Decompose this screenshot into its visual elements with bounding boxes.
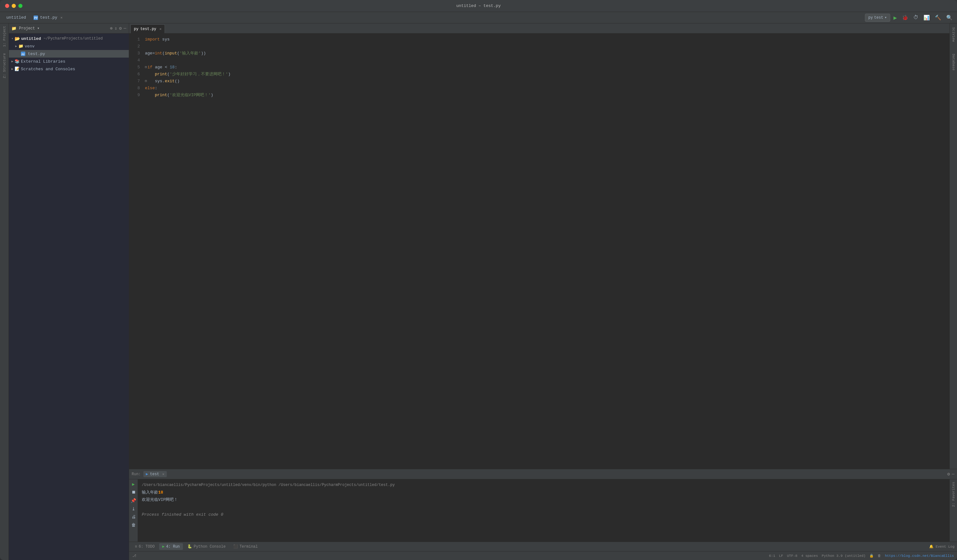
window-controls <box>5 4 22 8</box>
num-18: 18 <box>170 64 175 71</box>
input-value: 18 <box>158 490 163 495</box>
hide-icon[interactable]: — <box>124 26 126 31</box>
testpy-icon: py <box>21 52 25 56</box>
maximize-button[interactable] <box>18 4 22 8</box>
stop-icon[interactable]: ⏹ <box>130 489 137 496</box>
pin-icon[interactable]: 📌 <box>130 497 137 504</box>
profile-button[interactable]: 📊 <box>922 13 932 22</box>
sidebar-project-label[interactable]: 1: Project <box>3 26 6 47</box>
debug-button[interactable]: 🐞 <box>900 13 910 22</box>
run-panel-icons: ⚙ — <box>947 472 954 477</box>
print-icon[interactable]: 🖨 <box>130 513 137 521</box>
paren-4: ) <box>228 71 231 78</box>
str-prompt: '输入年龄' <box>179 50 201 57</box>
project-panel-header: 📁 Project ▾ ⊕ ⇕ ⚙ — <box>9 24 129 33</box>
run-settings-icon[interactable]: ⚙ <box>947 472 950 477</box>
bottom-tab-run[interactable]: ▶ 4: Run <box>159 543 183 550</box>
search-everywhere-button[interactable]: 🔍 <box>944 13 954 22</box>
tree-item-untitled[interactable]: ▾ 📂 untitled ~/PycharmProjects/untitled <box>9 35 129 43</box>
tree-item-venv[interactable]: ▶ 📁 venv <box>9 43 129 50</box>
op-colon: : <box>175 64 177 71</box>
favorites-label[interactable]: 2: Favorites <box>952 482 955 507</box>
build-button[interactable]: 🔨 <box>933 13 943 22</box>
code-content[interactable]: import sys age = int ( inpu <box>144 33 949 469</box>
minimize-button[interactable] <box>12 4 16 8</box>
bottom-tab-todo[interactable]: ≡ 6: TODO <box>132 544 158 550</box>
coverage-button[interactable]: ⏱ <box>911 13 920 22</box>
indent-1 <box>145 71 155 78</box>
charset[interactable]: UTF-8 <box>787 554 798 558</box>
run-hide-icon[interactable]: — <box>952 472 954 477</box>
kw-else: else <box>145 85 155 92</box>
memory-icon[interactable]: 🗑 <box>878 554 881 558</box>
run-label: Run: <box>132 472 141 476</box>
tree-label-path: ~/PycharmProjects/untitled <box>43 36 103 41</box>
paren-7: ) <box>211 92 213 99</box>
ln-9: 9 <box>129 92 140 99</box>
line-ending[interactable]: LF <box>779 554 783 558</box>
run-tab-close[interactable]: ✕ <box>163 472 164 476</box>
ln-5: 5 <box>129 64 140 71</box>
run-panel-content: ▶ ⏹ 📌 ⤓ 🖨 🗑 /Users/biancaellis/PycharmPr… <box>129 479 957 542</box>
fn-print1: print <box>155 71 167 78</box>
database-label[interactable]: Database <box>952 54 955 71</box>
str-msg1: '少年好好学习，不要进网吧！' <box>170 71 228 78</box>
fn-print2: print <box>155 92 167 99</box>
tree-item-testpy[interactable]: py test.py <box>9 50 129 58</box>
tree-item-scratches[interactable]: ▶ 📝 Scratches and Consoles <box>9 65 129 73</box>
python-version[interactable]: Python 3.9 (untitled) <box>822 554 866 558</box>
indent-3 <box>145 92 155 99</box>
var-age: age <box>145 50 152 57</box>
run-tab-icon: ▶ <box>163 544 164 549</box>
trash-icon[interactable]: 🗑 <box>130 522 137 528</box>
bottom-tab-python-console[interactable]: 🐍 Python Console <box>184 543 229 550</box>
tree-item-ext-libraries[interactable]: ▶ 📚 External Libraries <box>9 58 129 65</box>
settings-icon[interactable]: ⚙ <box>119 26 122 31</box>
run-tab-test[interactable]: ▶ test ✕ <box>144 471 167 477</box>
event-log-link[interactable]: 🔔 Event Log <box>929 544 954 549</box>
kw-if: if <box>147 64 153 71</box>
output-line-1: 欢迎光临VIP网吧！ <box>142 496 946 503</box>
str-msg2: '欢迎光临VIP网吧！' <box>170 92 211 99</box>
csdn-url[interactable]: https://blog.csdn.net/BiancaEllis <box>885 554 954 558</box>
ln-6: 6 <box>129 71 140 78</box>
right-side-panel: SciView Database <box>949 24 957 469</box>
project-tree: ▾ 📂 untitled ~/PycharmProjects/untitled … <box>9 33 129 560</box>
fold-indicator-5: ⊟ <box>145 65 147 70</box>
editor-run-wrapper: py test.py ✕ 1 2 3 4 5 6 7 <box>129 24 957 469</box>
bottom-tab-terminal[interactable]: ⬛ Terminal <box>230 543 261 550</box>
indent-info[interactable]: 4 spaces <box>801 554 818 558</box>
fn-input: input <box>164 50 177 57</box>
scroll-end-icon[interactable]: ⤓ <box>130 505 137 512</box>
editor-tab-testpy[interactable]: py test.py ✕ <box>130 24 165 33</box>
run-button[interactable]: ▶ <box>892 13 899 22</box>
close-button[interactable] <box>5 4 9 8</box>
tree-label-testpy: test.py <box>28 52 45 56</box>
todo-icon: ≡ <box>135 544 137 549</box>
collapse-icon[interactable]: ⇕ <box>115 26 117 31</box>
run-config-btn[interactable]: py test ▾ <box>865 14 890 22</box>
rerun-icon[interactable]: ▶ <box>130 481 137 487</box>
paren-5: () <box>175 78 180 85</box>
title-bar: untitled – test.py <box>0 0 957 12</box>
git-icon[interactable]: ⎇ <box>132 554 136 558</box>
sciview-label[interactable]: SciView <box>952 27 955 42</box>
run-config-label: test <box>874 16 883 20</box>
blank-line <box>142 503 946 511</box>
tree-label-scratches: Scratches and Consoles <box>21 67 75 71</box>
paren-close2: )) <box>201 50 206 57</box>
cursor-position[interactable]: 6:1 <box>769 554 775 558</box>
project-folder-icon: 📁 <box>11 26 16 31</box>
project-tab[interactable]: untitled <box>3 14 30 21</box>
code-editor[interactable]: 1 2 3 4 5 6 7 8 9 <box>129 33 949 469</box>
file-tab-testp[interactable]: py test.py ✕ <box>30 14 66 21</box>
sidebar-structure-label[interactable]: Z: Structure <box>3 53 6 78</box>
tab-close-icon[interactable]: ✕ <box>60 16 63 20</box>
status-bar: ⎇ 6:1 LF UTF-8 4 spaces Python 3.9 (unti… <box>129 551 957 560</box>
paren-open: ( <box>163 50 165 57</box>
editor-tab-close[interactable]: ✕ <box>160 27 162 31</box>
tree-label-venv: venv <box>25 44 35 49</box>
locate-icon[interactable]: ⊕ <box>110 26 112 31</box>
ln-8: 8 <box>129 85 140 92</box>
var-sys: sys <box>155 78 162 85</box>
